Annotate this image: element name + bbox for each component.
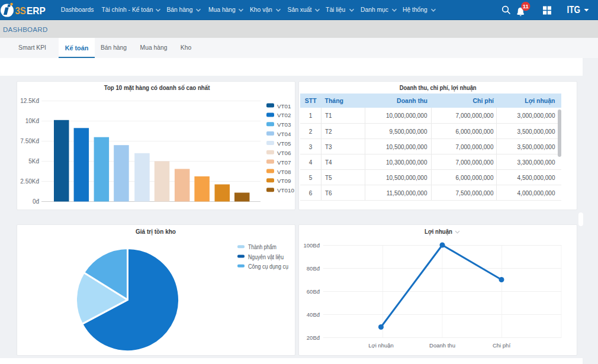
svg-text:Lợi nhuận: Lợi nhuận: [368, 342, 394, 349]
svg-text:ITG: ITG: [567, 5, 581, 15]
svg-text:60Bđ: 60Bđ: [307, 288, 320, 295]
svg-text:12.5Kđ: 12.5Kđ: [20, 98, 39, 104]
svg-text:Giá trị tồn kho: Giá trị tồn kho: [136, 228, 176, 236]
svg-text:20Bđ: 20Bđ: [307, 334, 320, 341]
svg-text:100Bđ: 100Bđ: [304, 242, 320, 249]
svg-text:Nguyên vật liệu: Nguyên vật liệu: [248, 254, 284, 260]
svg-text:80Bđ: 80Bđ: [307, 265, 320, 272]
svg-text:VT09: VT09: [277, 178, 291, 184]
svg-text:Top 10 mặt hàng có doanh số ca: Top 10 mặt hàng có doanh số cao nhất: [104, 84, 210, 92]
svg-text:ERP: ERP: [27, 5, 46, 17]
svg-text:10Kđ: 10Kđ: [25, 118, 40, 124]
svg-text:VT05: VT05: [277, 140, 291, 147]
svg-text:VT07: VT07: [277, 159, 291, 166]
svg-text:VT02: VT02: [277, 112, 291, 118]
svg-text:11: 11: [523, 3, 529, 9]
svg-text:5Kđ: 5Kđ: [28, 158, 39, 165]
svg-text:Công cụ dụng cụ: Công cụ dụng cụ: [248, 263, 288, 270]
svg-text:Chi phí: Chi phí: [493, 342, 510, 349]
svg-text:7.50Kđ: 7.50Kđ: [20, 138, 39, 144]
svg-text:0đ: 0đ: [33, 198, 40, 205]
svg-text:Lợi nhuận: Lợi nhuận: [425, 228, 452, 236]
svg-text:VT04: VT04: [277, 131, 291, 137]
svg-text:3S: 3S: [15, 5, 25, 17]
svg-text:2.50Kđ: 2.50Kđ: [20, 178, 39, 185]
svg-text:VT01: VT01: [277, 103, 291, 109]
svg-text:VT06: VT06: [277, 150, 291, 156]
svg-text:Doanh thu, chi phí, lợi nhuận: Doanh thu, chi phí, lợi nhuận: [400, 84, 477, 92]
svg-text:VT08: VT08: [277, 169, 291, 175]
svg-text:VT010: VT010: [277, 187, 294, 194]
svg-text:40Bđ: 40Bđ: [307, 311, 320, 318]
svg-text:Thành phẩm: Thành phẩm: [248, 244, 277, 250]
svg-text:VT03: VT03: [277, 121, 291, 128]
svg-text:Doanh thu: Doanh thu: [429, 342, 455, 349]
